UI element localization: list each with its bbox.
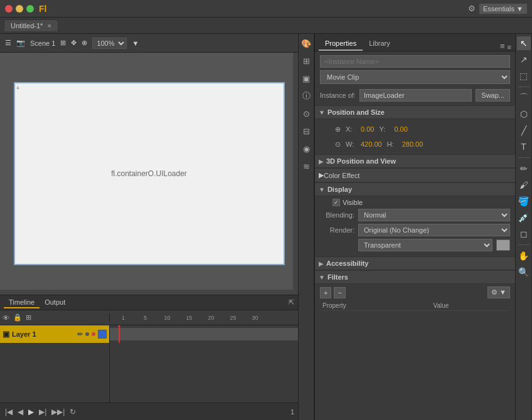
- move-icon[interactable]: ✥: [71, 39, 77, 47]
- play-button[interactable]: ▶: [27, 407, 35, 416]
- eraser-button[interactable]: ◻: [517, 227, 531, 241]
- position-size-section-header[interactable]: ▼ Position and Size: [315, 105, 515, 119]
- grid-icon[interactable]: ⊞: [26, 313, 31, 322]
- color-effect-section-header[interactable]: ▶ Color Effect: [315, 168, 515, 182]
- zoom-dropdown-icon[interactable]: ▼: [132, 39, 139, 47]
- frame-icon[interactable]: ⊞: [60, 39, 66, 47]
- doc-tab-close-icon[interactable]: ×: [47, 22, 51, 29]
- layer-row[interactable]: ▣ Layer 1 ✏: [0, 325, 109, 343]
- visible-label: Visible: [343, 199, 363, 206]
- render-select[interactable]: Original (No Change): [358, 224, 510, 236]
- paint-bucket-button[interactable]: 🪣: [517, 194, 531, 208]
- minimize-window-button[interactable]: [16, 5, 23, 13]
- step-back-button[interactable]: ◀: [16, 407, 24, 416]
- crosshair-icon[interactable]: ⊕: [82, 39, 87, 47]
- info-icon[interactable]: ⓘ: [299, 89, 313, 103]
- wh-grid: W: 420.00 H: 280.00: [346, 138, 423, 150]
- color-icon[interactable]: ◉: [299, 142, 313, 155]
- panel-options-icon[interactable]: ≡: [508, 43, 511, 51]
- playhead[interactable]: [119, 325, 120, 343]
- hamburger-icon[interactable]: ☰: [5, 39, 11, 47]
- timeline-frames-header: 1 5 10 15 20 25 30: [110, 315, 298, 321]
- layer-color-box: [98, 330, 107, 339]
- visible-checkbox[interactable]: [332, 199, 340, 206]
- close-window-button[interactable]: [5, 5, 13, 13]
- tab-properties[interactable]: Properties: [319, 37, 363, 51]
- tab-library[interactable]: Library: [363, 37, 396, 51]
- eye-icon[interactable]: 👁: [3, 314, 9, 322]
- layer-edit-icon[interactable]: ✏: [77, 330, 83, 339]
- timeline-expand-icon[interactable]: ⇱: [289, 298, 294, 307]
- size-icon: ⊙: [335, 140, 341, 149]
- 3d-position-section-header[interactable]: ▶ 3D Position and View: [315, 154, 515, 168]
- x-label: X:: [346, 125, 358, 133]
- motion-icon[interactable]: ≋: [299, 159, 313, 173]
- subselect-tool-button[interactable]: ↗: [517, 53, 531, 66]
- panel-menu-icon[interactable]: ≡: [500, 41, 505, 51]
- 3d-arrow-icon: ▶: [319, 158, 324, 165]
- doc-tab[interactable]: Untitled-1* ×: [4, 19, 58, 31]
- visible-row: Visible: [320, 199, 510, 206]
- instance-name-input[interactable]: [320, 55, 510, 68]
- eyedropper-button[interactable]: 💉: [517, 211, 531, 224]
- hand-tool-button[interactable]: ✋: [517, 249, 531, 263]
- timeline-frames-col[interactable]: [110, 325, 298, 402]
- type-select[interactable]: Movie Clip: [320, 70, 510, 84]
- transparent-select[interactable]: Transparent: [358, 239, 492, 251]
- gear-icon[interactable]: ⚙: [468, 4, 476, 13]
- filter-table: Property Value: [320, 301, 510, 311]
- tab-output[interactable]: Output: [40, 297, 70, 308]
- display-section-header[interactable]: ▼ Display: [315, 182, 515, 196]
- filters-body: + − ⚙ ▼ Property Value: [320, 284, 510, 313]
- layer-name[interactable]: Layer 1: [12, 330, 36, 338]
- step-forward-button[interactable]: ▶|: [38, 407, 48, 416]
- lasso-tool-button[interactable]: ⌒: [517, 91, 531, 105]
- render-label: Render:: [320, 226, 354, 234]
- zoom-select[interactable]: 100% 50% 200%: [92, 38, 127, 49]
- h-label: H:: [387, 140, 400, 148]
- select-tool-button[interactable]: ↖: [517, 36, 531, 50]
- go-to-end-button[interactable]: ▶▶|: [50, 407, 66, 416]
- remove-filter-button[interactable]: −: [334, 287, 345, 298]
- brush-tool-button[interactable]: 🖌: [517, 178, 531, 192]
- loop-button[interactable]: ↻: [68, 407, 77, 416]
- swap-button[interactable]: Swap...: [476, 89, 510, 102]
- y-value: 0.00: [394, 125, 407, 133]
- stage-toolbar: ☰ 📷 Scene 1 ⊞ ✥ ⊕ 100% 50% 200% ▼: [0, 34, 298, 53]
- instance-of-input[interactable]: [359, 89, 472, 102]
- line-tool-button[interactable]: ╱: [517, 123, 531, 137]
- lock-icon[interactable]: 🔒: [13, 313, 22, 322]
- zoom-window-button[interactable]: [26, 5, 34, 13]
- polygon-tool-button[interactable]: ⬡: [517, 107, 531, 121]
- position-icon: ⊕: [335, 125, 341, 134]
- accessibility-section-header[interactable]: ▶ Accessibility: [315, 256, 515, 270]
- go-to-start-button[interactable]: |◀: [4, 407, 14, 416]
- icon-toolbar: 🎨 ⊞ ▣ ⓘ ⊙ ⊟ ◉ ≋: [298, 34, 314, 420]
- stage-scrollbar-horizontal[interactable]: [0, 290, 298, 295]
- stage-scrollbar-vertical[interactable]: [293, 53, 298, 295]
- stage-container: + fl.containerO.UILoader: [0, 53, 298, 295]
- essentials-button[interactable]: Essentials ▼: [479, 4, 527, 14]
- scene-view-icon[interactable]: ▣: [299, 71, 313, 85]
- frame-num-30: 30: [244, 315, 266, 321]
- zoom-tool-button[interactable]: 🔍: [517, 265, 531, 279]
- tools-palette-icon[interactable]: 🎨: [299, 36, 313, 50]
- transform-icon[interactable]: ⊙: [299, 107, 313, 120]
- color-swatch[interactable]: [496, 239, 510, 251]
- w-field: W: 420.00: [346, 140, 382, 148]
- pos-size-grid: X: 0.00 Y: 0.00: [346, 123, 408, 135]
- pencil-tool-button[interactable]: ✏: [517, 162, 531, 176]
- timeline-layer-col: ▣ Layer 1 ✏: [0, 325, 110, 402]
- camera-icon[interactable]: 📷: [16, 39, 25, 47]
- tab-timeline[interactable]: Timeline: [4, 297, 40, 308]
- filters-section-header[interactable]: ▼ Filters: [315, 270, 515, 284]
- blending-select[interactable]: Normal: [358, 209, 510, 221]
- top-right: ⚙ Essentials ▼: [468, 4, 527, 14]
- filter-options-button[interactable]: ⚙ ▼: [487, 286, 510, 298]
- transform-tool-button[interactable]: ⬚: [517, 69, 531, 83]
- align-icon[interactable]: ⊟: [299, 124, 313, 138]
- text-tool-button[interactable]: T: [517, 140, 531, 154]
- add-filter-button[interactable]: +: [320, 287, 331, 298]
- x-field: X: 0.00: [346, 125, 374, 133]
- grid-view-icon[interactable]: ⊞: [299, 54, 313, 68]
